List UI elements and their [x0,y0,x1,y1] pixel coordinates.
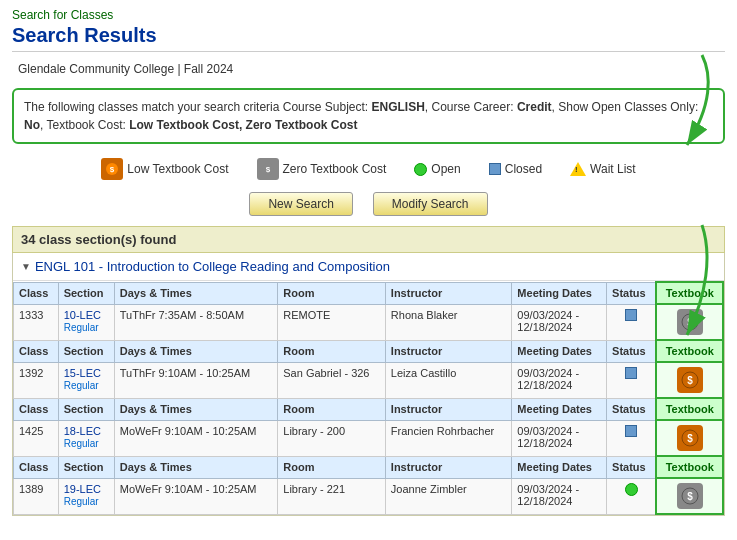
table-header-row: ClassSectionDays & TimesRoomInstructorMe… [14,282,724,304]
textbook[interactable]: $ [656,420,723,456]
low-textbook-icon[interactable]: $ [677,425,703,451]
instructor: Francien Rohrbacher [385,420,512,456]
section-info: 18-LECRegular [58,420,114,456]
course-name-link[interactable]: ENGL 101 - Introduction to College Readi… [35,259,390,274]
th-meeting_dates: Meeting Dates [512,456,607,478]
th-class: Class [14,456,59,478]
zero-textbook-icon[interactable]: $ [677,309,703,335]
textbook[interactable]: $ [656,478,723,514]
th-class: Class [14,398,59,420]
room: San Gabriel - 326 [278,362,386,398]
section-info: 19-LECRegular [58,478,114,514]
meeting-dates: 09/03/2024 -12/18/2024 [512,362,607,398]
th-days_times: Days & Times [114,398,277,420]
section-link[interactable]: 15-LEC [64,367,101,379]
table-header-row: ClassSectionDays & TimesRoomInstructorMe… [14,456,724,478]
table-row: 142518-LECRegularMoWeFr 9:10AM - 10:25AM… [14,420,724,456]
criteria-career-label: , Course Career: [425,100,517,114]
th-class: Class [14,282,59,304]
th-room: Room [278,340,386,362]
section-link[interactable]: 18-LEC [64,425,101,437]
th-days_times: Days & Times [114,456,277,478]
class-number: 1389 [14,478,59,514]
legend-waitlist-label: Wait List [590,162,636,176]
class-number: 1425 [14,420,59,456]
th-status: Status [607,340,657,362]
section-info: 10-LECRegular [58,304,114,340]
legend-zero: $ Zero Textbook Cost [257,158,387,180]
th-textbook: Textbook [656,456,723,478]
zero-textbook-icon[interactable]: $ [677,483,703,509]
days-times: TuThFr 9:10AM - 10:25AM [114,362,277,398]
instructor: Joanne Zimbler [385,478,512,514]
criteria-prefix: The following classes match your search … [24,100,371,114]
class-number: 1392 [14,362,59,398]
th-room: Room [278,456,386,478]
results-header: 34 class section(s) found [12,226,725,253]
svg-text:$: $ [687,317,693,328]
section-info: 15-LECRegular [58,362,114,398]
legend-closed-label: Closed [505,162,542,176]
new-search-button[interactable]: New Search [249,192,352,216]
section-type: Regular [64,496,99,507]
th-instructor: Instructor [385,398,512,420]
status [607,420,657,456]
class-table: ClassSectionDays & TimesRoomInstructorMe… [13,281,724,515]
legend-zero-label: Zero Textbook Cost [283,162,387,176]
status-closed-icon [625,309,637,321]
results-table-container: ▼ ENGL 101 - Introduction to College Rea… [12,253,725,516]
meeting-dates: 09/03/2024 -12/18/2024 [512,420,607,456]
svg-text:$: $ [265,165,270,174]
room: REMOTE [278,304,386,340]
textbook[interactable]: $ [656,362,723,398]
meeting-dates: 09/03/2024 -12/18/2024 [512,304,607,340]
th-days_times: Days & Times [114,282,277,304]
status-closed-icon [625,425,637,437]
criteria-box: The following classes match your search … [12,88,725,144]
days-times: MoWeFr 9:10AM - 10:25AM [114,420,277,456]
status-open-icon [625,483,638,496]
search-buttons-row: New Search Modify Search [12,192,725,216]
criteria-textbook: Low Textbook Cost, Zero Textbook Cost [129,118,357,132]
th-room: Room [278,398,386,420]
th-days_times: Days & Times [114,340,277,362]
th-section: Section [58,340,114,362]
svg-text:$: $ [110,165,115,174]
th-meeting_dates: Meeting Dates [512,282,607,304]
table-row: 133310-LECRegularTuThFr 7:35AM - 8:50AMR… [14,304,724,340]
days-times: MoWeFr 9:10AM - 10:25AM [114,478,277,514]
th-instructor: Instructor [385,456,512,478]
section-link[interactable]: 10-LEC [64,309,101,321]
th-instructor: Instructor [385,282,512,304]
room: Library - 221 [278,478,386,514]
legend-low: $ Low Textbook Cost [101,158,228,180]
th-section: Section [58,282,114,304]
criteria-career: Credit [517,100,552,114]
table-row: 139215-LECRegularTuThFr 9:10AM - 10:25AM… [14,362,724,398]
class-number: 1333 [14,304,59,340]
section-type: Regular [64,380,99,391]
course-collapse-icon[interactable]: ▼ [21,261,31,272]
th-section: Section [58,456,114,478]
section-link[interactable]: 19-LEC [64,483,101,495]
status [607,478,657,514]
college-info: Glendale Community College | Fall 2024 [12,58,725,80]
th-room: Room [278,282,386,304]
meeting-dates: 09/03/2024 -12/18/2024 [512,478,607,514]
svg-text:$: $ [687,375,693,386]
textbook[interactable]: $ [656,304,723,340]
th-meeting_dates: Meeting Dates [512,340,607,362]
th-textbook: Textbook [656,398,723,420]
th-textbook: Textbook [656,340,723,362]
open-status-icon [414,163,427,176]
svg-text:$: $ [687,433,693,444]
breadcrumb: Search for Classes [12,8,725,22]
modify-search-button[interactable]: Modify Search [373,192,488,216]
section-type: Regular [64,438,99,449]
low-textbook-icon[interactable]: $ [677,367,703,393]
th-status: Status [607,398,657,420]
room: Library - 200 [278,420,386,456]
instructor: Rhona Blaker [385,304,512,340]
legend-waitlist: Wait List [570,162,636,176]
legend-low-label: Low Textbook Cost [127,162,228,176]
